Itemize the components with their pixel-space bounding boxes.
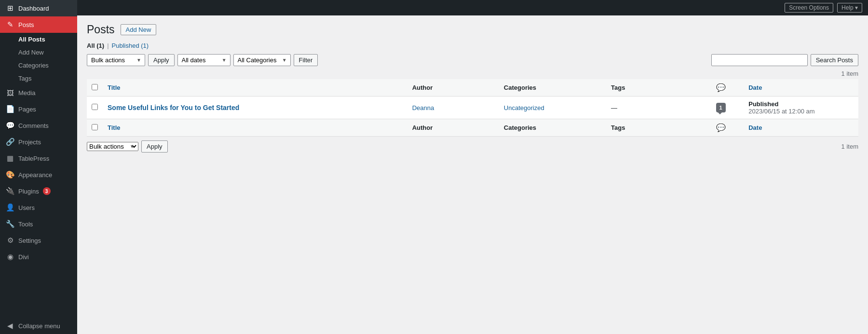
comments-icon: 💬 <box>6 121 14 130</box>
row-date-cell: Published 2023/06/15 at 12:00 am <box>744 97 858 119</box>
collapse-menu-button[interactable]: ◀ Collapse menu <box>0 318 77 334</box>
users-icon: 👤 <box>6 203 14 212</box>
sidebar-item-settings[interactable]: ⚙ Settings <box>0 232 77 249</box>
col-footer-comments: 💬 <box>698 119 744 137</box>
select-all-checkbox-bottom[interactable] <box>92 124 98 130</box>
filter-published[interactable]: Published (1) <box>112 42 149 49</box>
submenu-all-posts[interactable]: All Posts <box>0 33 77 46</box>
post-title-link[interactable]: Some Useful Links for You to Get Started <box>108 104 239 111</box>
filter-all[interactable]: All (1) <box>87 42 104 49</box>
col-footer-author: Author <box>407 119 499 137</box>
submenu-tags[interactable]: Tags <box>0 72 77 85</box>
tools-icon: 🔧 <box>6 220 14 228</box>
sidebar-item-label: Pages <box>18 106 36 113</box>
table-footer-row: Title Author Categories Tags 💬 Date <box>87 119 858 137</box>
row-author-cell: Deanna <box>407 97 499 119</box>
col-footer-categories: Categories <box>499 119 606 137</box>
search-input[interactable] <box>711 54 808 66</box>
sidebar-item-label: Dashboard <box>18 5 49 12</box>
submenu-add-new[interactable]: Add New <box>0 46 77 59</box>
posts-icon: ✎ <box>6 20 14 29</box>
sidebar-item-media[interactable]: 🖼 Media <box>0 85 77 101</box>
sidebar-item-comments[interactable]: 💬 Comments <box>0 117 77 134</box>
col-header-categories: Categories <box>499 79 606 97</box>
sidebar-item-appearance[interactable]: 🎨 Appearance <box>0 167 77 183</box>
all-count: (1) <box>96 42 104 49</box>
select-all-checkbox-top[interactable] <box>92 84 98 90</box>
sidebar-item-label: Appearance <box>18 171 52 179</box>
comment-count-bubble[interactable]: 1 <box>716 103 726 112</box>
bulk-actions-wrap-bottom: Bulk actions Edit Move to Trash ▼ <box>87 142 138 151</box>
apply-button-bottom[interactable]: Apply <box>141 140 168 153</box>
bulk-actions-select-top[interactable]: Bulk actions Edit Move to Trash <box>87 54 145 66</box>
sidebar-item-label: Users <box>18 204 35 211</box>
date-status: Published <box>748 100 854 108</box>
row-title-cell: Some Useful Links for You to Get Started <box>103 97 407 119</box>
sidebar-item-users[interactable]: 👤 Users <box>0 199 77 216</box>
author-link[interactable]: Deanna <box>412 104 434 111</box>
col-header-cb <box>87 79 103 97</box>
all-dates-select[interactable]: All dates <box>177 54 231 66</box>
sidebar-item-posts[interactable]: ✎ Posts <box>0 16 77 33</box>
category-link[interactable]: Uncategorized <box>504 104 544 111</box>
all-categories-select[interactable]: All Categories <box>233 54 291 66</box>
col-footer-cb <box>87 119 103 137</box>
divi-icon: ◉ <box>6 252 14 261</box>
sidebar-item-label: Tools <box>18 221 33 228</box>
sidebar-item-divi[interactable]: ◉ Divi <box>0 249 77 265</box>
plugins-badge: 3 <box>43 187 51 195</box>
row-tags-cell: — <box>606 97 698 119</box>
help-button[interactable]: Help ▾ <box>837 3 862 13</box>
bottom-toolbar: Bulk actions Edit Move to Trash ▼ Apply … <box>87 140 858 153</box>
sidebar-item-label: Plugins <box>18 188 39 195</box>
comments-footer-icon: 💬 <box>716 124 726 132</box>
published-count: (1) <box>141 42 149 49</box>
collapse-label: Collapse menu <box>18 322 60 330</box>
row-checkbox[interactable] <box>92 104 98 110</box>
filter-button[interactable]: Filter <box>294 54 318 66</box>
appearance-icon: 🎨 <box>6 170 14 179</box>
submenu-categories[interactable]: Categories <box>0 59 77 72</box>
search-posts-button[interactable]: Search Posts <box>811 54 858 66</box>
pages-icon: 📄 <box>6 105 14 113</box>
plugins-icon: 🔌 <box>6 187 14 195</box>
col-footer-date[interactable]: Date <box>744 119 858 137</box>
sidebar-item-label: Settings <box>18 237 41 244</box>
bottom-actions: Bulk actions Edit Move to Trash ▼ Apply <box>87 140 168 153</box>
table-row: Some Useful Links for You to Get Started… <box>87 97 858 119</box>
table-header-row: Title Author Categories Tags 💬 Date <box>87 79 858 97</box>
row-categories-cell: Uncategorized <box>499 97 606 119</box>
col-header-date[interactable]: Date <box>744 79 858 97</box>
date-value: 2023/06/15 at 12:00 am <box>748 108 854 115</box>
sidebar-item-tablepress[interactable]: ▦ TablePress <box>0 150 77 167</box>
media-icon: 🖼 <box>6 89 14 97</box>
item-count-top: 1 item <box>87 70 858 77</box>
bulk-actions-select-bottom[interactable]: Bulk actions Edit Move to Trash <box>87 142 138 151</box>
bulk-actions-wrap-top: Bulk actions Edit Move to Trash ▼ <box>87 54 145 66</box>
apply-button-top[interactable]: Apply <box>148 54 175 66</box>
sidebar-item-label: Divi <box>18 253 29 261</box>
projects-icon: 🔗 <box>6 138 14 146</box>
sidebar: ⊞ Dashboard ✎ Posts All Posts Add New Ca… <box>0 0 77 334</box>
posts-submenu: All Posts Add New Categories Tags <box>0 33 77 85</box>
search-area: Search Posts <box>711 54 858 66</box>
col-footer-tags: Tags <box>606 119 698 137</box>
sidebar-item-label: Projects <box>18 139 41 146</box>
col-footer-title[interactable]: Title <box>103 119 407 137</box>
sidebar-item-dashboard[interactable]: ⊞ Dashboard <box>0 0 77 16</box>
sidebar-item-tools[interactable]: 🔧 Tools <box>0 216 77 232</box>
add-new-button[interactable]: Add New <box>121 24 157 35</box>
sidebar-item-projects[interactable]: 🔗 Projects <box>0 134 77 150</box>
screen-options-button[interactable]: Screen Options <box>785 3 833 13</box>
main-content: Screen Options Help ▾ Posts Add New All … <box>77 0 868 334</box>
content-area: Posts Add New All (1) | Published (1) Bu… <box>77 15 868 334</box>
filter-sep: | <box>107 42 108 49</box>
sidebar-item-pages[interactable]: 📄 Pages <box>0 101 77 117</box>
tablepress-icon: ▦ <box>6 154 14 163</box>
col-header-title[interactable]: Title <box>103 79 407 97</box>
col-header-comments: 💬 <box>698 79 744 97</box>
sidebar-item-label: Media <box>18 89 35 97</box>
sidebar-item-plugins[interactable]: 🔌 Plugins 3 <box>0 183 77 199</box>
page-header: Posts Add New <box>87 23 858 36</box>
filter-links: All (1) | Published (1) <box>87 42 858 49</box>
